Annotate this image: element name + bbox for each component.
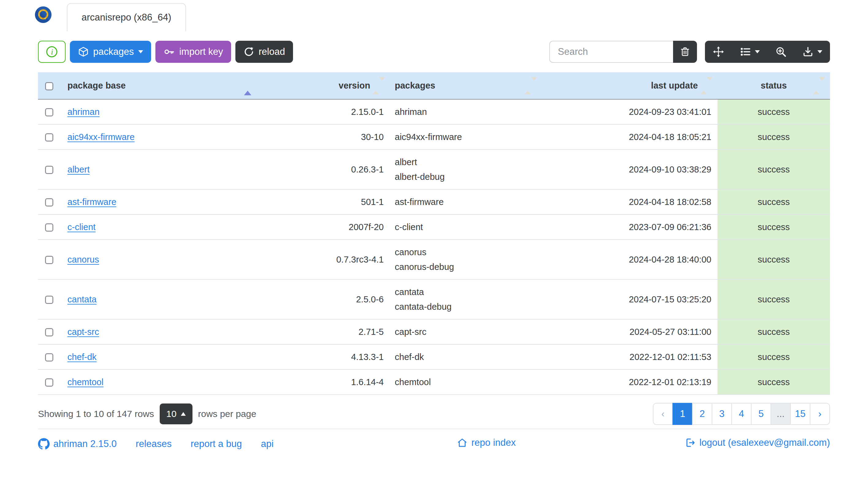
header-package-base[interactable]: package base — [60, 72, 264, 99]
app-logo-icon — [35, 6, 52, 23]
packages-cell: chemtool — [390, 370, 542, 395]
trash-icon — [680, 46, 690, 57]
search-input[interactable] — [549, 41, 673, 63]
releases-link[interactable]: releases — [136, 439, 172, 449]
version-cell: 2.71-5 — [264, 319, 390, 344]
version-cell: 501-1 — [264, 189, 390, 215]
pagination-prev[interactable]: ‹ — [653, 403, 673, 425]
releases-label: releases — [136, 439, 172, 449]
reload-button[interactable]: reload — [236, 41, 293, 63]
pagination-page-...[interactable]: ... — [771, 403, 791, 425]
report-bug-link[interactable]: report a bug — [191, 439, 242, 449]
packages-cell: albertalbert-debug — [390, 150, 542, 189]
last-update-cell: 2024-09-23 03:41:01 — [542, 99, 717, 124]
pagination-page-15[interactable]: 15 — [790, 403, 810, 425]
row-checkbox[interactable] — [45, 256, 53, 264]
row-checkbox-cell — [38, 319, 60, 344]
pagination-page-3[interactable]: 3 — [712, 403, 732, 425]
header-last-update-label: last update — [651, 81, 698, 90]
packages-cell: c-client — [390, 215, 542, 239]
select-all-checkbox[interactable] — [45, 82, 53, 90]
pagination-next[interactable]: › — [810, 403, 830, 425]
api-label: api — [261, 439, 273, 449]
fullscreen-button[interactable] — [705, 41, 732, 63]
package-base-link[interactable]: albert — [67, 164, 90, 174]
package-base-link[interactable]: capt-src — [67, 327, 99, 337]
version-cell: 0.26.3-1 — [264, 150, 390, 189]
clear-search-button[interactable] — [673, 41, 697, 63]
last-update-cell: 2024-04-18 18:02:58 — [542, 189, 717, 215]
status-cell: success — [717, 239, 830, 280]
row-checkbox[interactable] — [45, 378, 53, 387]
columns-dropdown-button[interactable] — [732, 41, 768, 63]
package-name: aic94xx-firmware — [395, 130, 542, 144]
row-checkbox[interactable] — [45, 353, 53, 361]
header-version-label: version — [339, 81, 370, 90]
last-update-cell: 2024-04-18 18:05:21 — [542, 124, 717, 150]
package-info-button[interactable]: i — [38, 41, 66, 63]
status-cell: success — [717, 280, 830, 319]
packages-cell: chef-dk — [390, 344, 542, 370]
pagination: ‹12345...15› — [653, 403, 830, 425]
house-icon — [457, 437, 468, 448]
key-icon — [163, 46, 175, 58]
pagination-page-1[interactable]: 1 — [673, 403, 693, 425]
logout-link[interactable]: logout (esalexeev@gmail.com) — [685, 437, 830, 448]
package-base-link[interactable]: cantata — [67, 294, 97, 304]
github-version-link[interactable]: ahriman 2.15.0 — [38, 438, 117, 450]
row-checkbox-cell — [38, 150, 60, 189]
magnifier-plus-icon — [775, 46, 787, 58]
package-base-link[interactable]: c-client — [67, 222, 96, 232]
package-base-link[interactable]: chef-dk — [67, 352, 97, 362]
pagination-page-2[interactable]: 2 — [692, 403, 712, 425]
package-base-cell: cantata — [60, 280, 264, 319]
package-base-link[interactable]: chemtool — [67, 377, 103, 387]
table-row: albert0.26.3-1albertalbert-debug2024-09-… — [38, 150, 830, 189]
info-circle-icon: i — [45, 45, 59, 59]
status-cell: success — [717, 215, 830, 239]
header-status[interactable]: status — [717, 72, 830, 99]
packages-dropdown-button[interactable]: packages — [70, 41, 151, 63]
repo-index-link[interactable]: repo index — [457, 437, 516, 448]
status-cell: success — [717, 370, 830, 395]
row-checkbox[interactable] — [45, 108, 53, 117]
toolbar-right — [549, 41, 830, 63]
status-cell: success — [717, 150, 830, 189]
package-base-cell: canorus — [60, 239, 264, 280]
row-checkbox[interactable] — [45, 296, 53, 304]
page-size-dropdown[interactable]: 10 — [160, 404, 192, 424]
row-checkbox[interactable] — [45, 198, 53, 206]
download-icon — [802, 46, 814, 58]
status-cell: success — [717, 189, 830, 215]
row-checkbox[interactable] — [45, 223, 53, 232]
row-checkbox[interactable] — [45, 166, 53, 174]
api-link[interactable]: api — [261, 439, 273, 449]
package-base-cell: ast-firmware — [60, 189, 264, 215]
advanced-search-button[interactable] — [768, 41, 795, 63]
repository-tab-label: arcanisrepo (x86_64) — [82, 12, 171, 23]
reload-icon — [243, 46, 254, 57]
import-key-button-label: import key — [179, 46, 223, 57]
table-row: capt-src2.71-5capt-src2024-05-27 03:11:0… — [38, 319, 830, 344]
sort-icon — [373, 81, 385, 91]
package-base-link[interactable]: ahriman — [67, 107, 100, 117]
list-icon — [740, 46, 751, 58]
table-row: c-client2007f-20c-client2023-07-09 06:21… — [38, 215, 830, 239]
repository-tab[interactable]: arcanisrepo (x86_64) — [67, 3, 186, 31]
package-base-link[interactable]: canorus — [67, 255, 99, 264]
header-version[interactable]: version — [264, 72, 390, 99]
bottom-center-links: repo index — [457, 437, 516, 451]
header-packages[interactable]: packages — [390, 72, 542, 99]
package-base-link[interactable]: aic94xx-firmware — [67, 132, 134, 142]
import-key-button[interactable]: import key — [155, 41, 231, 63]
header-last-update[interactable]: last update — [542, 72, 717, 99]
pagination-page-4[interactable]: 4 — [731, 403, 751, 425]
table-row: ahriman2.15.0-1ahriman2024-09-23 03:41:0… — [38, 99, 830, 124]
pagination-page-5[interactable]: 5 — [751, 403, 771, 425]
row-checkbox[interactable] — [45, 328, 53, 336]
bottom-bar: ahriman 2.15.0 releases report a bug api… — [38, 429, 830, 459]
row-checkbox[interactable] — [45, 133, 53, 141]
export-dropdown-button[interactable] — [795, 41, 830, 63]
last-update-cell: 2023-07-09 06:21:36 — [542, 215, 717, 239]
package-base-link[interactable]: ast-firmware — [67, 197, 117, 207]
